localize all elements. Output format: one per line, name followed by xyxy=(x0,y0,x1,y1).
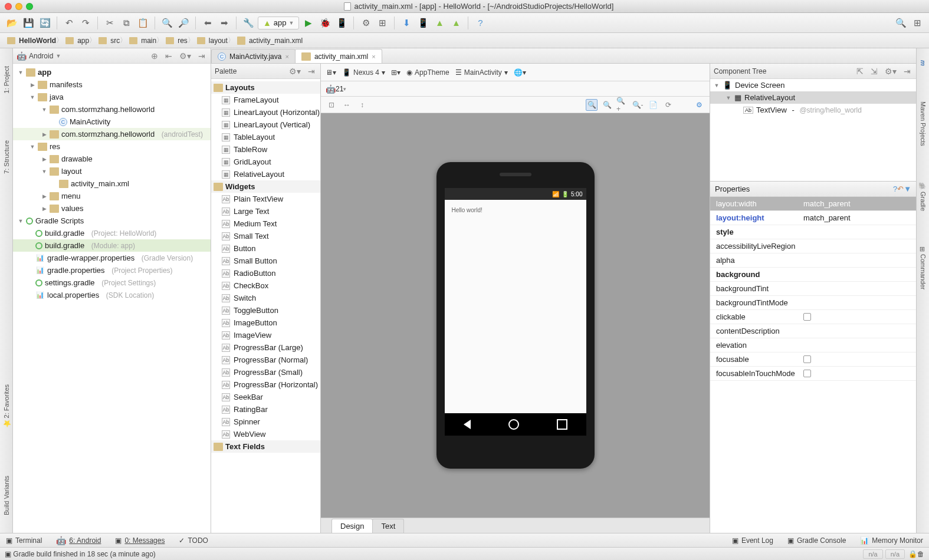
structure-tool-button[interactable]: 7: Structure xyxy=(3,140,10,174)
text-tab[interactable]: Text xyxy=(372,519,404,533)
breadcrumb-item[interactable]: src xyxy=(95,37,126,45)
tree-node-gradle-wrapper[interactable]: 📊gradle-wrapper.properties (Gradle Versi… xyxy=(13,252,211,264)
palette-item[interactable]: AbProgressBar (Small) xyxy=(211,366,320,378)
palette-item[interactable]: AbSeekBar xyxy=(211,391,320,403)
build-variants-tool-button[interactable]: Build Variants xyxy=(3,476,10,515)
palette-item[interactable]: AbProgressBar (Large) xyxy=(211,341,320,354)
gradle-tool-button[interactable]: 🐘 Gradle xyxy=(919,182,927,211)
palette-item[interactable]: AbProgressBar (Horizontal) xyxy=(211,378,320,391)
redo-button[interactable]: ↷ xyxy=(78,16,93,30)
preview-content[interactable]: Hello world! xyxy=(445,200,586,220)
tree-node-manifests[interactable]: manifests xyxy=(13,78,211,91)
breadcrumb-item[interactable]: HelloWorld xyxy=(4,37,62,45)
zoom-actual-button[interactable]: 🔍 xyxy=(586,99,598,111)
find-button[interactable]: 🔍 xyxy=(160,16,174,30)
property-value[interactable]: match_parent xyxy=(800,197,916,210)
palette-list[interactable]: Layouts ▦FrameLayout▦LinearLayout (Horiz… xyxy=(211,79,320,533)
breadcrumb-item[interactable]: activity_main.xml xyxy=(234,37,308,45)
run-config-selector[interactable]: ▲ app ▼ xyxy=(258,17,299,29)
help-button[interactable]: ? xyxy=(473,16,487,30)
breadcrumb-item[interactable]: layout xyxy=(193,37,234,45)
checkbox-icon[interactable] xyxy=(803,355,811,363)
help-icon[interactable]: ? xyxy=(893,185,897,193)
view-options-button[interactable]: ⊡ xyxy=(326,99,337,111)
tree-node-gradle-scripts[interactable]: Gradle Scripts xyxy=(13,215,211,227)
palette-item[interactable]: AbLarge Text xyxy=(211,205,320,218)
property-row[interactable]: elevation xyxy=(710,338,916,353)
make-button[interactable]: 🔧 xyxy=(241,16,255,30)
palette-category-widgets[interactable]: Widgets xyxy=(211,180,320,193)
palette-item[interactable]: AbButton xyxy=(211,242,320,255)
close-window-button[interactable] xyxy=(5,3,12,10)
avd-manager-button[interactable]: 📱 xyxy=(416,16,430,30)
tree-node-menu[interactable]: menu xyxy=(13,190,211,202)
checkbox-icon[interactable] xyxy=(803,370,811,377)
palette-item[interactable]: ▦TableRow xyxy=(211,143,320,156)
refresh-button[interactable]: ⟳ xyxy=(662,99,674,111)
palette-category-textfields[interactable]: Text Fields xyxy=(211,440,320,453)
undo-icon[interactable]: ↶ xyxy=(897,185,904,193)
maven-tool-button[interactable]: m xyxy=(920,60,927,66)
palette-item[interactable]: AbRadioButton xyxy=(211,267,320,279)
design-canvas[interactable]: 📶 🔋 5:00 Hello world! xyxy=(321,113,710,518)
palette-item[interactable]: AbWebView xyxy=(211,428,320,440)
project-tree[interactable]: app manifests java com.stormzhang.hellow… xyxy=(13,64,211,533)
scroll-from-source-icon[interactable]: ⊕ xyxy=(149,51,160,61)
settings-gear-icon[interactable]: ⚙▾ xyxy=(178,51,193,61)
tree-node-layout[interactable]: layout xyxy=(13,165,211,177)
tree-node-build-gradle-project[interactable]: build.gradle (Project: HelloWorld) xyxy=(13,227,211,239)
property-value[interactable] xyxy=(800,353,916,366)
property-value[interactable] xyxy=(800,225,916,239)
property-value[interactable] xyxy=(800,296,916,309)
sdk-manager-button[interactable]: ⬇ xyxy=(399,16,413,30)
tree-node-package-test[interactable]: com.stormzhang.helloworld (androidTest) xyxy=(13,128,211,140)
palette-item[interactable]: AbSwitch xyxy=(211,292,320,304)
gradle-console-tool-button[interactable]: ▣ Gradle Console xyxy=(787,536,846,545)
property-value[interactable] xyxy=(800,324,916,338)
maven-tool-label[interactable]: Maven Projects xyxy=(920,101,927,146)
forward-button[interactable]: ➡ xyxy=(217,16,231,30)
zoom-fit-button[interactable]: 🔍 xyxy=(601,99,613,111)
gear-icon[interactable]: ⚙▾ xyxy=(287,67,303,76)
property-value[interactable]: match_parent xyxy=(800,211,916,225)
property-row[interactable]: layout:heightmatch_parent xyxy=(710,211,916,225)
terminal-tool-button[interactable]: ▣ Terminal xyxy=(6,536,42,545)
palette-item[interactable]: AbRatingBar xyxy=(211,403,320,416)
palette-category-layouts[interactable]: Layouts xyxy=(211,81,320,94)
palette-item[interactable]: AbImageButton xyxy=(211,317,320,329)
filter-icon[interactable]: ▼ xyxy=(904,185,911,193)
replace-button[interactable]: 🔎 xyxy=(176,16,191,30)
event-log-tool-button[interactable]: ▣ Event Log xyxy=(732,536,773,545)
trash-icon[interactable]: 🗑 xyxy=(917,550,924,558)
android-monitor-button[interactable]: ▲ xyxy=(432,16,447,30)
tree-node-mainactivity[interactable]: CMainActivity xyxy=(13,116,211,128)
palette-item[interactable]: ▦FrameLayout xyxy=(211,94,320,106)
property-row[interactable]: layout:widthmatch_parent xyxy=(710,197,916,211)
property-value[interactable] xyxy=(800,367,916,380)
project-view-selector[interactable]: 🤖 Android ▼ xyxy=(17,51,146,61)
todo-tool-button[interactable]: ✓ TODO xyxy=(179,536,208,545)
settings-button[interactable]: ⚙ xyxy=(359,16,373,30)
zoom-in-button[interactable]: 🔍+ xyxy=(616,99,628,111)
palette-item[interactable]: AbProgressBar (Normal) xyxy=(211,354,320,366)
layout-button[interactable]: ⊞ xyxy=(910,16,924,30)
locale-selector[interactable]: 🌐▾ xyxy=(514,68,526,77)
palette-item[interactable]: ▦RelativeLayout xyxy=(211,168,320,180)
attach-debugger-button[interactable]: 📱 xyxy=(334,16,349,30)
collapse-all-icon[interactable]: ⇤ xyxy=(163,51,174,61)
favorites-tool-button[interactable]: ⭐ 2: Favorites xyxy=(2,384,10,428)
orientation-button[interactable]: 🖥▾ xyxy=(326,68,336,77)
property-value[interactable] xyxy=(800,338,916,352)
activity-selector[interactable]: ☰ MainActivity▾ xyxy=(455,68,508,77)
messages-tool-button[interactable]: ▣ 0: Messages xyxy=(115,536,165,545)
tree-node-activity-main[interactable]: activity_main.xml xyxy=(13,177,211,190)
gear-icon[interactable]: ⚙▾ xyxy=(883,67,898,76)
collapse-icon[interactable]: ⇲ xyxy=(869,67,879,76)
palette-item[interactable]: AbSpinner xyxy=(211,416,320,428)
editor-tab-activity-main[interactable]: activity_main.xml × xyxy=(295,49,382,63)
save-button[interactable]: 💾 xyxy=(21,16,35,30)
component-device-screen[interactable]: 📱Device Screen xyxy=(710,79,916,91)
property-row[interactable]: focusableInTouchMode xyxy=(710,367,916,381)
palette-item[interactable]: ▦GridLayout xyxy=(211,156,320,168)
tree-node-package[interactable]: com.stormzhang.helloworld xyxy=(13,103,211,116)
